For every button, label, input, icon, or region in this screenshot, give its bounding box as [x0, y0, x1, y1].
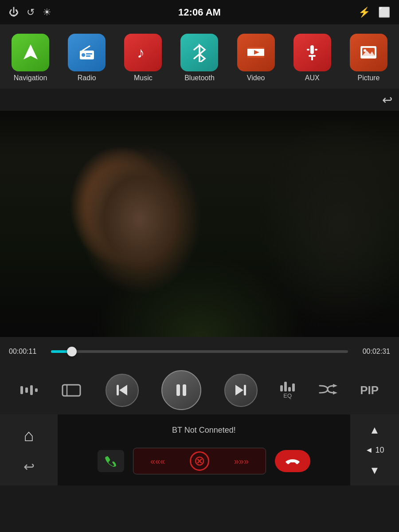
nav-item-bluetooth[interactable]: Bluetooth — [173, 34, 226, 82]
hangup-button[interactable] — [275, 450, 310, 472]
bt-left-controls: ⌂ ↩ — [0, 415, 58, 485]
music-icon-btn[interactable]: ♪ — [124, 34, 162, 71]
repeat-icon[interactable] — [60, 380, 82, 400]
nav-label-video: Video — [247, 74, 265, 82]
svg-rect-19 — [315, 49, 317, 51]
nav-label-picture: Picture — [358, 74, 380, 82]
volume-label: ◄ 10 — [365, 446, 384, 455]
video-frame — [0, 111, 399, 337]
bt-right-controls: ▲ ◄ 10 ▼ — [350, 415, 399, 485]
svg-rect-17 — [311, 57, 313, 60]
nav-bar: Navigation Radio ♪ Music Bluetoot — [0, 24, 399, 89]
nav-label-music: Music — [134, 74, 153, 82]
nav-item-radio[interactable]: Radio — [60, 34, 113, 82]
svg-rect-4 — [86, 55, 90, 57]
svg-point-23 — [364, 49, 366, 52]
nav-item-aux[interactable]: AUX — [286, 34, 339, 82]
svg-marker-0 — [23, 44, 38, 59]
radio-icon-btn[interactable] — [68, 34, 106, 71]
shuffle-icon[interactable] — [318, 381, 337, 399]
video-content — [0, 111, 399, 337]
svg-rect-31 — [244, 385, 246, 395]
answer-call-button[interactable] — [98, 450, 124, 472]
svg-rect-11 — [253, 48, 255, 49]
progress-thumb[interactable] — [67, 347, 77, 356]
dial-arrows-right: »»» — [234, 456, 249, 466]
nav-item-picture[interactable]: Picture — [342, 34, 395, 82]
svg-rect-13 — [260, 48, 262, 49]
svg-rect-29 — [183, 384, 186, 396]
svg-marker-33 — [333, 391, 337, 395]
progress-track[interactable] — [51, 350, 348, 353]
bt-bar: ⌂ ↩ BT Not Conneted! ««« »»» — [0, 415, 399, 485]
bt-status-text: BT Not Conneted! — [172, 426, 236, 435]
progress-bar-area: 00:00:11 00:02:31 — [0, 337, 399, 366]
bt-back-button[interactable]: ↩ — [23, 459, 35, 474]
svg-text:♪: ♪ — [137, 44, 145, 61]
home-button[interactable]: ⌂ — [24, 426, 34, 445]
bt-phone-row: ««« »»» — [98, 448, 310, 474]
svg-rect-10 — [250, 48, 251, 49]
svg-rect-27 — [117, 385, 119, 395]
pause-button[interactable] — [161, 370, 201, 410]
svg-rect-3 — [86, 53, 92, 55]
svg-rect-28 — [176, 384, 180, 396]
total-time: 00:02:31 — [355, 348, 390, 356]
nav-item-music[interactable]: ♪ Music — [117, 34, 170, 82]
svg-rect-24 — [63, 385, 80, 396]
clear-dial-button[interactable] — [190, 451, 209, 471]
volume-down-button[interactable]: ▼ — [369, 464, 380, 477]
eq-icon[interactable]: EQ — [280, 382, 295, 399]
nav-label-aux: AUX — [305, 74, 320, 82]
aux-icon-btn[interactable] — [293, 34, 331, 71]
dial-arrows-left: ««« — [150, 456, 165, 466]
picture-icon-btn[interactable] — [350, 34, 387, 71]
svg-line-5 — [82, 46, 90, 51]
clock: 12:06 AM — [178, 7, 221, 18]
eq-label: EQ — [283, 392, 292, 399]
next-button[interactable] — [224, 374, 258, 407]
svg-rect-15 — [310, 45, 314, 54]
nav-label-bluetooth: Bluetooth — [184, 74, 215, 82]
nav-item-navigation[interactable]: Navigation — [4, 34, 57, 82]
controls-area: EQ PIP — [0, 366, 399, 415]
svg-marker-32 — [333, 384, 337, 387]
svg-point-2 — [82, 53, 85, 57]
refresh-icon[interactable]: ↺ — [27, 7, 35, 18]
svg-rect-12 — [257, 48, 258, 49]
volume-up-button[interactable]: ▲ — [369, 424, 380, 436]
nav-label-navigation: Navigation — [14, 74, 47, 82]
pip-button[interactable]: PIP — [360, 383, 379, 397]
usb-icon: ⚡ — [358, 7, 370, 18]
status-bar: ⏻ ↺ ☀ 12:06 AM ⚡ ⬜ — [0, 0, 399, 24]
navigation-icon-btn[interactable] — [12, 34, 49, 71]
nav-item-video[interactable]: Video — [229, 34, 282, 82]
back-button[interactable]: ↩ — [382, 93, 392, 107]
svg-rect-9 — [247, 56, 264, 58]
svg-rect-16 — [309, 55, 316, 57]
status-left-icons: ⏻ ↺ ☀ — [9, 7, 51, 18]
window-icon[interactable]: ⬜ — [378, 7, 390, 18]
current-time: 00:00:11 — [9, 348, 44, 356]
video-area[interactable] — [0, 111, 399, 337]
dial-input-bar[interactable]: ««« »»» — [133, 448, 266, 474]
svg-marker-30 — [235, 385, 243, 395]
status-right-icons: ⚡ ⬜ — [358, 7, 390, 18]
bluetooth-icon-btn[interactable] — [180, 34, 218, 71]
svg-rect-18 — [307, 49, 309, 51]
bt-center-controls: BT Not Conneted! ««« »»» — [58, 415, 350, 485]
playlist-icon[interactable] — [20, 385, 38, 395]
svg-marker-26 — [119, 385, 127, 395]
prev-button[interactable] — [106, 374, 139, 407]
toolbar: ↩ — [0, 89, 399, 111]
brightness-icon[interactable]: ☀ — [43, 7, 51, 18]
video-icon-btn[interactable] — [237, 34, 275, 71]
power-icon[interactable]: ⏻ — [9, 7, 19, 18]
nav-label-radio: Radio — [78, 74, 96, 82]
